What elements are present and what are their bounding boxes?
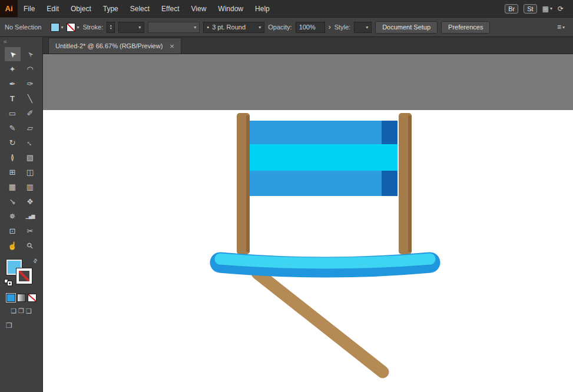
sync-button[interactable]: ⟳ <box>558 5 564 13</box>
menu-edit[interactable]: Edit <box>41 0 65 17</box>
slice-tool[interactable]: ✂ <box>22 224 38 238</box>
stroke-none-swatch[interactable] <box>67 23 75 32</box>
type-icon: T <box>10 94 15 103</box>
blend-icon: ❖ <box>27 197 34 206</box>
mesh-tool[interactable]: ▦ <box>5 180 21 194</box>
workspace-switcher[interactable]: ▦ ▾ <box>542 5 552 13</box>
column-graph-tool[interactable]: ▁▄▆ <box>22 209 38 223</box>
menu-file[interactable]: File <box>18 0 41 17</box>
magic-wand-tool[interactable]: ✦ <box>5 62 21 76</box>
workspace-icon: ▦ <box>542 5 549 13</box>
color-button[interactable] <box>6 294 15 302</box>
direct-selection-tool[interactable]: ➢ <box>22 47 38 61</box>
hand-tool[interactable]: ☝ <box>5 238 21 253</box>
menu-view[interactable]: View <box>186 0 213 17</box>
width-icon: ≬ <box>11 153 14 162</box>
rectangle-tool[interactable]: ▭ <box>5 106 21 120</box>
variable-width-combo[interactable]: ▾ <box>148 22 200 33</box>
menu-select[interactable]: Select <box>124 0 155 17</box>
banner-dark-block-top[interactable] <box>382 121 398 144</box>
panel-options-button[interactable]: ≡ ▾ <box>557 23 565 31</box>
selection-tool[interactable]: ➤ <box>5 47 21 61</box>
stepper-down-icon[interactable]: ▾ <box>110 27 112 30</box>
brush-definition-combo[interactable]: • 3 pt. Round ▾ <box>203 22 264 33</box>
control-bar-right: ≡ ▾ <box>557 23 568 31</box>
pen-tool[interactable]: ✒ <box>5 77 21 91</box>
banner-dark-block-bottom[interactable] <box>382 171 398 196</box>
eraser-tool[interactable]: ▱ <box>22 121 38 135</box>
stroke-color-control[interactable]: ▾ <box>67 23 79 32</box>
style-combo[interactable]: ▾ <box>354 22 372 33</box>
stroke-weight-stepper[interactable]: ▴ ▾ <box>107 22 115 33</box>
menu-window[interactable]: Window <box>212 0 249 17</box>
free-transform-tool[interactable]: ▧ <box>22 150 38 164</box>
eyedropper-tool[interactable]: ⊸ <box>5 194 21 208</box>
document-tab[interactable]: Untitled-2* @ 66.67% (RGB/Preview) × <box>48 38 181 54</box>
default-fill-stroke-icon[interactable] <box>4 279 12 285</box>
draw-inside-icon[interactable]: ❑ <box>26 307 32 315</box>
fill-stroke-widget: ⇄ <box>4 260 39 288</box>
paintbrush-tool[interactable]: ✐ <box>22 106 38 120</box>
document-tab-title: Untitled-2* @ 66.67% (RGB/Preview) <box>55 42 163 49</box>
lasso-icon: ◠ <box>27 65 33 74</box>
preferences-button[interactable]: Preferences <box>441 21 490 34</box>
perspective-grid-icon: ⊞ <box>9 168 16 177</box>
close-tab-icon[interactable]: × <box>170 42 174 50</box>
draw-behind-icon[interactable]: ❐ <box>18 307 24 315</box>
menu-effect[interactable]: Effect <box>155 0 185 17</box>
lasso-tool[interactable]: ◠ <box>22 62 38 76</box>
menu-object[interactable]: Object <box>65 0 97 17</box>
line-segment-icon: ╲ <box>28 94 32 103</box>
shape-builder-tool[interactable]: ◫ <box>22 165 38 179</box>
stroke-label[interactable]: Stroke: <box>82 24 103 31</box>
none-button[interactable] <box>28 294 37 302</box>
artboard-tool[interactable]: ⊡ <box>5 224 21 238</box>
opacity-field[interactable]: 100% <box>296 22 325 33</box>
document-area: Untitled-2* @ 66.67% (RGB/Preview) × <box>43 37 573 392</box>
symbol-sprayer-icon: ✵ <box>9 212 16 221</box>
scale-tool[interactable]: ↔ <box>22 135 38 150</box>
fill-color-control[interactable]: ▾ <box>51 23 63 32</box>
mesh-icon: ▦ <box>9 182 16 191</box>
perspective-grid-tool[interactable]: ⊞ <box>5 165 21 179</box>
banner-stripe-top[interactable] <box>250 121 398 144</box>
stroke-color-swatch[interactable] <box>16 268 32 284</box>
draw-normal-icon[interactable]: ❏ <box>11 307 16 315</box>
stroke-weight-combo[interactable]: ▾ <box>118 22 144 33</box>
illustrator-window: Ai File Edit Object Type Select Effect V… <box>0 0 573 392</box>
collapse-panel-icon[interactable]: « <box>4 38 7 45</box>
eraser-icon: ▱ <box>27 124 33 132</box>
app-logo: Ai <box>0 0 18 17</box>
blend-tool[interactable]: ❖ <box>22 194 38 208</box>
menu-type[interactable]: Type <box>97 0 124 17</box>
swap-fill-stroke-icon[interactable]: ⇄ <box>32 257 39 264</box>
chevron-down-icon: ▾ <box>194 25 196 30</box>
rotate-tool[interactable]: ↻ <box>5 135 21 150</box>
menu-help[interactable]: Help <box>249 0 276 17</box>
opacity-label[interactable]: Opacity: <box>268 24 292 31</box>
pencil-tool[interactable]: ✎ <box>5 121 21 135</box>
symbol-sprayer-tool[interactable]: ✵ <box>5 209 21 223</box>
pen-icon: ✒ <box>9 79 16 88</box>
gradient-tool[interactable]: ▥ <box>22 180 38 194</box>
chair-seat-highlight[interactable] <box>220 259 430 263</box>
fill-swatch[interactable] <box>51 23 59 32</box>
canvas[interactable] <box>43 54 573 392</box>
gradient-button[interactable] <box>17 294 26 302</box>
stock-button[interactable]: St <box>524 4 536 14</box>
zoom-tool[interactable]: ⚲ <box>22 238 38 253</box>
type-tool[interactable]: T <box>5 91 21 105</box>
bridge-button[interactable]: Br <box>505 4 518 14</box>
screen-mode-button[interactable]: ❒ <box>6 321 12 330</box>
curvature-tool[interactable]: ✑ <box>22 77 38 91</box>
artwork-svg[interactable] <box>43 54 573 392</box>
shape-builder-icon: ◫ <box>27 168 34 177</box>
line-segment-tool[interactable]: ╲ <box>22 91 38 105</box>
banner-stripe-bottom[interactable] <box>250 171 398 196</box>
opacity-expand-button[interactable]: › <box>329 23 331 31</box>
banner-stripe-middle[interactable] <box>250 144 398 171</box>
column-graph-icon: ▁▄▆ <box>26 214 35 219</box>
width-tool[interactable]: ≬ <box>5 150 21 164</box>
tools-panel-header: « <box>0 37 42 47</box>
document-setup-button[interactable]: Document Setup <box>375 21 438 34</box>
